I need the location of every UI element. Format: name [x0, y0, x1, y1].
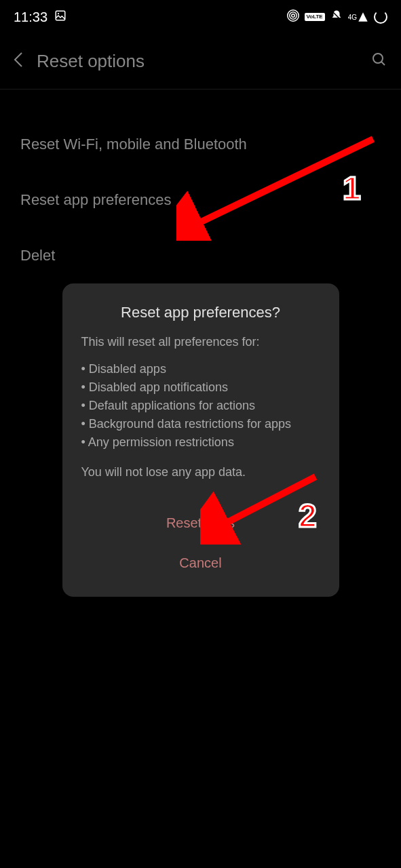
dialog-list-item: • Any permission restrictions	[81, 433, 320, 452]
cancel-button[interactable]: Cancel	[81, 543, 320, 583]
dialog-subtitle: This will reset all preferences for:	[81, 335, 320, 349]
reset-apps-button[interactable]: Reset apps	[81, 503, 320, 543]
dialog-title: Reset app preferences?	[81, 304, 320, 321]
dialog-note: You will not lose any app data.	[81, 465, 320, 479]
dialog-list-item: • Disabled app notifications	[81, 378, 320, 397]
dialog-list-item: • Disabled apps	[81, 360, 320, 378]
dialog-list: • Disabled apps • Disabled app notificat…	[81, 360, 320, 452]
reset-app-prefs-dialog: Reset app preferences? This will reset a…	[62, 283, 339, 597]
dialog-backdrop: Reset app preferences? This will reset a…	[0, 0, 401, 868]
dialog-list-item: • Default applications for actions	[81, 397, 320, 415]
dialog-list-item: • Background data restrictions for apps	[81, 415, 320, 433]
